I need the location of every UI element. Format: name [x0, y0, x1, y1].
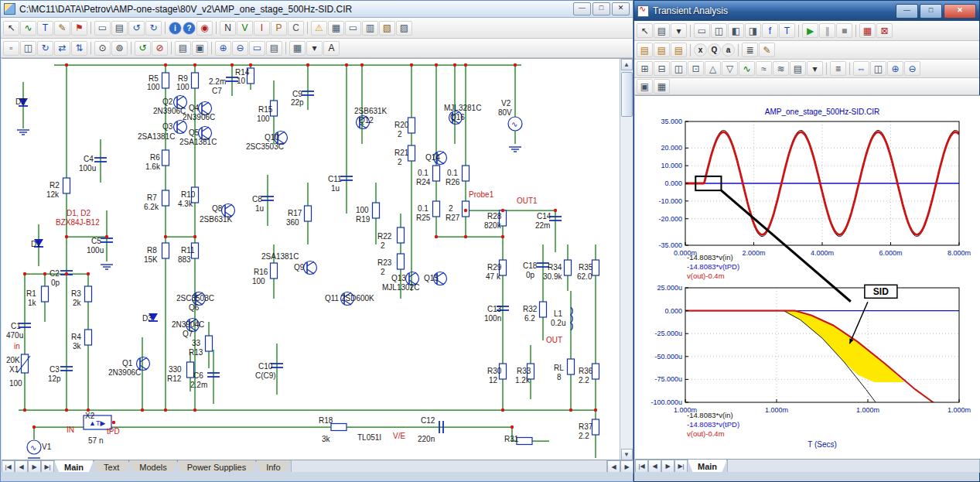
- tile-icon[interactable]: ▦: [654, 79, 670, 94]
- schematic-label[interactable]: C1: [11, 322, 21, 330]
- scroll-up-icon[interactable]: ▲: [621, 59, 633, 70]
- schematic-label[interactable]: 2N3906C: [183, 113, 215, 121]
- resistor[interactable]: [592, 419, 599, 435]
- schematic-label[interactable]: 12p: [48, 374, 61, 383]
- schematic-label[interactable]: 2SB631K: [354, 107, 388, 115]
- graphics-mode-icon[interactable]: ✎: [54, 21, 70, 36]
- schematic-label[interactable]: R28: [487, 212, 502, 220]
- schematic-label[interactable]: R21: [394, 149, 409, 157]
- resistor[interactable]: [63, 178, 70, 193]
- schematic-label[interactable]: R7: [147, 193, 157, 202]
- maximize-button[interactable]: □: [592, 2, 610, 15]
- cursor-box-icon[interactable]: ◫: [870, 61, 886, 76]
- resistor[interactable]: [85, 286, 92, 302]
- smooth-icon[interactable]: ≈: [756, 61, 772, 76]
- schematic-label[interactable]: 2SC3503C: [246, 142, 284, 151]
- schematic-label[interactable]: C10: [258, 362, 273, 371]
- resistor[interactable]: [373, 203, 380, 218]
- transistor[interactable]: [304, 262, 317, 275]
- schematic-label[interactable]: D1, D2: [67, 209, 91, 217]
- resistor[interactable]: [408, 118, 415, 133]
- find-icon[interactable]: ⊙: [94, 41, 111, 56]
- schematic-label[interactable]: C7: [212, 87, 222, 95]
- resistor[interactable]: [463, 166, 470, 181]
- schematic-label[interactable]: C13: [487, 305, 502, 313]
- properties-icon[interactable]: ▨: [396, 21, 412, 36]
- schematic-label[interactable]: D2: [15, 97, 26, 106]
- legend-entry[interactable]: -14.8083*v(tPD): [687, 262, 739, 271]
- flip-vertical-icon[interactable]: ⇅: [71, 41, 87, 56]
- edit-box-icon[interactable]: ✎: [759, 43, 775, 57]
- schematic-label[interactable]: C4: [84, 155, 94, 163]
- schematic-label[interactable]: C18: [523, 262, 538, 270]
- resistor[interactable]: [162, 73, 169, 88]
- schematic-label[interactable]: R30: [487, 367, 502, 375]
- select-tool-icon[interactable]: ↖: [3, 21, 19, 36]
- schematic-label[interactable]: C(C9): [255, 371, 276, 380]
- wire-mode-icon[interactable]: ∿: [20, 21, 36, 36]
- schematic-label[interactable]: Q5: [189, 128, 200, 137]
- schematic-label[interactable]: 0p: [526, 271, 535, 279]
- schematic-vscrollbar[interactable]: ▲ ▼: [620, 59, 633, 460]
- schematic-label[interactable]: 62.0: [577, 272, 592, 281]
- schematic-label[interactable]: 2N3906C: [153, 107, 186, 115]
- schematic-label[interactable]: R10: [181, 190, 196, 199]
- schematic-label[interactable]: 2SC3503C: [176, 294, 214, 303]
- schematic-label[interactable]: 100: [176, 83, 190, 91]
- schematic-label[interactable]: 360: [286, 218, 299, 227]
- stop-icon[interactable]: ⊘: [152, 41, 168, 56]
- schematic-label[interactable]: 2SB631K: [200, 215, 233, 224]
- legend-entry[interactable]: -14.8083*v(in): [687, 411, 733, 419]
- resistor[interactable]: [565, 260, 572, 275]
- schematic-label[interactable]: V1: [42, 443, 52, 451]
- schematic-label[interactable]: V2: [501, 99, 511, 108]
- schematic-label[interactable]: 12k: [46, 190, 60, 199]
- schematic-label[interactable]: 2: [381, 268, 385, 276]
- schematic-titlebar[interactable]: C:\MC11\DATA\Petrov\AMP-one-stage\80V_v2…: [1, 1, 633, 18]
- analysis-plot-area[interactable]: 35.00020.00010.0000.000-10.000-20.000-35…: [635, 95, 980, 460]
- schematic-label[interactable]: R37: [579, 422, 593, 431]
- schematic-label[interactable]: R17: [288, 209, 302, 217]
- zoom-out-icon[interactable]: ⊖: [904, 61, 920, 76]
- minimize-button[interactable]: —: [573, 2, 591, 15]
- data-points-icon[interactable]: ▦: [859, 23, 876, 38]
- ground-symbol[interactable]: [509, 147, 521, 152]
- redo-icon[interactable]: ↻: [145, 21, 162, 36]
- minimize-button[interactable]: —: [896, 4, 918, 19]
- grid-options-icon[interactable]: ▦: [289, 41, 306, 56]
- analysis-tab-main[interactable]: Main: [688, 460, 727, 473]
- schematic-label[interactable]: R9: [178, 74, 188, 83]
- schematic-label[interactable]: 33: [192, 339, 201, 347]
- schematic-label[interactable]: D3: [142, 314, 152, 323]
- schematic-label[interactable]: 100u: [79, 164, 96, 173]
- scope-mode-icon[interactable]: ▤: [654, 23, 670, 38]
- schematic-label[interactable]: IN: [67, 426, 74, 434]
- schematic-label[interactable]: 4.3k: [178, 200, 193, 208]
- schematic-label[interactable]: R15: [258, 105, 273, 114]
- zoom-in-icon[interactable]: ⊕: [887, 61, 903, 76]
- schematic-label[interactable]: X2: [85, 412, 95, 420]
- schematic-label[interactable]: 2: [449, 204, 453, 213]
- resistor[interactable]: [206, 336, 213, 351]
- maximize-button[interactable]: □: [920, 4, 942, 19]
- schematic-label[interactable]: 1u: [255, 204, 264, 213]
- split-horizontal-icon[interactable]: ◫: [671, 61, 687, 76]
- schematic-label[interactable]: 10: [237, 77, 246, 85]
- schematic-label[interactable]: tPD: [107, 427, 120, 436]
- schematic-label[interactable]: R22: [377, 232, 392, 241]
- schematic-label[interactable]: 20K: [6, 356, 20, 364]
- schematic-label[interactable]: 1u: [331, 184, 340, 193]
- select-tool-icon[interactable]: ↖: [637, 23, 653, 38]
- region-icon[interactable]: ◫: [20, 41, 36, 56]
- zoom-in-icon[interactable]: ⊕: [215, 41, 231, 56]
- schematic-label[interactable]: 2.2m: [190, 381, 207, 389]
- schematic-label[interactable]: Q3: [162, 122, 173, 131]
- dropdown-icon[interactable]: ▾: [807, 61, 823, 76]
- schematic-label[interactable]: R31: [504, 435, 519, 443]
- schematic-label[interactable]: Q11 2SD600K: [325, 294, 374, 303]
- schematic-canvas[interactable]: ∿∿▲T▶D2R5100R91002.2mC7R1410C922pQ22N390…: [2, 58, 633, 460]
- schematic-label[interactable]: in: [14, 342, 20, 350]
- resistor[interactable]: [162, 150, 169, 166]
- schematic-label[interactable]: V/E: [393, 432, 405, 440]
- schematic-label[interactable]: R2: [50, 181, 60, 190]
